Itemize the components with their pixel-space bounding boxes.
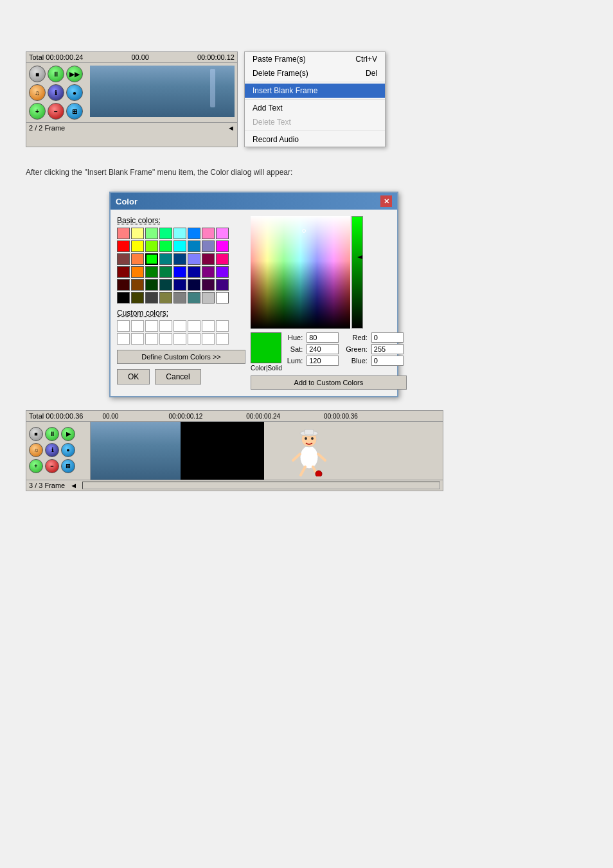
basic-color-swatch[interactable] (145, 292, 158, 303)
basic-color-swatch[interactable] (188, 279, 200, 291)
basic-color-swatch[interactable] (145, 240, 158, 252)
basic-color-swatch[interactable] (159, 240, 172, 252)
blue-input[interactable] (371, 356, 404, 366)
ctx-insert-blank[interactable]: Insert Blank Frame (245, 84, 385, 98)
basic-color-swatch[interactable] (216, 292, 229, 303)
basic-color-swatch[interactable] (159, 279, 172, 291)
add-button[interactable]: + (29, 103, 46, 120)
basic-color-swatch[interactable] (159, 292, 172, 303)
basic-color-swatch[interactable] (131, 228, 144, 239)
scroll-left-icon[interactable]: ◄ (227, 124, 235, 132)
basic-color-swatch[interactable] (145, 228, 158, 239)
expand-button[interactable]: ⊞ (66, 103, 83, 120)
basic-color-swatch[interactable] (131, 266, 144, 278)
basic-color-swatch[interactable] (202, 228, 215, 239)
basic-color-swatch[interactable] (202, 279, 215, 291)
lum-input[interactable] (306, 356, 339, 366)
basic-color-swatch[interactable] (145, 279, 158, 291)
custom-swatch[interactable] (159, 320, 172, 332)
basic-color-swatch[interactable] (173, 253, 186, 265)
tl2-expand-button[interactable]: ⊞ (61, 459, 75, 473)
basic-color-swatch[interactable] (173, 292, 186, 303)
basic-color-swatch[interactable] (173, 228, 186, 239)
tl2-pause-button[interactable]: ⏸ (45, 427, 59, 441)
color-picker-area[interactable] (251, 216, 363, 329)
basic-color-swatch[interactable] (188, 240, 200, 252)
define-custom-colors-button[interactable]: Define Custom Colors >> (117, 350, 245, 364)
basic-color-swatch[interactable] (117, 266, 130, 278)
custom-swatch[interactable] (173, 333, 186, 345)
basic-color-swatch[interactable] (202, 240, 215, 252)
info-button[interactable]: ℹ (48, 84, 64, 101)
custom-swatch[interactable] (145, 320, 158, 332)
basic-color-swatch[interactable] (131, 240, 144, 252)
tl2-scroll-left-icon[interactable]: ◄ (70, 482, 77, 489)
custom-swatch[interactable] (188, 333, 200, 345)
remove-button[interactable]: − (48, 103, 64, 120)
basic-color-swatch[interactable] (216, 240, 229, 252)
basic-color-swatch[interactable] (117, 240, 130, 252)
custom-swatch[interactable] (216, 333, 229, 345)
tl2-stop-button[interactable]: ■ (29, 427, 43, 441)
custom-swatch[interactable] (117, 333, 130, 345)
custom-swatch[interactable] (202, 333, 215, 345)
basic-color-swatch[interactable] (159, 228, 172, 239)
basic-color-swatch[interactable] (216, 253, 229, 265)
basic-color-swatch[interactable] (216, 228, 229, 239)
custom-swatch[interactable] (188, 320, 200, 332)
ctx-add-text[interactable]: Add Text (245, 101, 385, 115)
basic-color-swatch[interactable] (216, 266, 229, 278)
basic-color-swatch[interactable] (188, 253, 200, 265)
ctx-record-audio[interactable]: Record Audio (245, 132, 385, 147)
tl2-record-button[interactable]: ● (61, 443, 75, 457)
custom-swatch[interactable] (173, 320, 186, 332)
tl2-info-button[interactable]: ℹ (45, 443, 59, 457)
dialog-close-button[interactable]: ✕ (380, 195, 392, 207)
basic-color-swatch[interactable] (188, 228, 200, 239)
basic-color-swatch[interactable] (117, 253, 130, 265)
custom-swatch[interactable] (131, 320, 144, 332)
basic-color-swatch[interactable] (131, 292, 144, 303)
basic-color-swatch[interactable] (216, 279, 229, 291)
custom-swatch[interactable] (159, 333, 172, 345)
basic-color-swatch[interactable] (173, 266, 186, 278)
add-to-custom-colors-button[interactable]: Add to Custom Colors (251, 375, 407, 390)
luminance-bar[interactable] (351, 216, 363, 329)
tl2-play-button[interactable]: ▶ (61, 427, 75, 441)
tl2-scrollbar[interactable] (82, 482, 440, 489)
custom-swatch[interactable] (145, 333, 158, 345)
ctx-delete-frames[interactable]: Delete Frame(s) Del (245, 66, 385, 80)
basic-color-swatch[interactable] (173, 240, 186, 252)
basic-color-swatch[interactable] (145, 266, 158, 278)
hue-input[interactable] (306, 332, 339, 343)
basic-color-swatch[interactable] (188, 292, 200, 303)
basic-color-swatch[interactable] (117, 292, 130, 303)
ok-button[interactable]: OK (117, 369, 150, 384)
sat-input[interactable] (306, 344, 339, 354)
custom-swatch[interactable] (202, 320, 215, 332)
tl2-add-button[interactable]: + (29, 459, 43, 473)
red-input[interactable] (371, 332, 404, 343)
basic-color-swatch[interactable] (117, 228, 130, 239)
basic-color-swatch[interactable] (159, 266, 172, 278)
custom-swatch[interactable] (131, 333, 144, 345)
green-input[interactable] (371, 344, 404, 354)
custom-swatch[interactable] (117, 320, 130, 332)
basic-color-swatch[interactable] (202, 253, 215, 265)
stop-button[interactable]: ■ (29, 66, 46, 82)
cancel-button[interactable]: Cancel (155, 369, 200, 384)
basic-color-swatch[interactable] (145, 253, 158, 265)
play-button[interactable]: ▶▶ (66, 66, 83, 82)
record-button[interactable]: ● (66, 84, 83, 101)
tl2-music-button[interactable]: ♫ (29, 443, 43, 457)
basic-color-swatch[interactable] (173, 279, 186, 291)
ctx-paste-frames[interactable]: Paste Frame(s) Ctrl+V (245, 52, 385, 66)
tl2-remove-button[interactable]: − (45, 459, 59, 473)
pause-button[interactable]: ⏸ (48, 66, 64, 82)
basic-color-swatch[interactable] (117, 279, 130, 291)
basic-color-swatch[interactable] (131, 253, 144, 265)
basic-color-swatch[interactable] (131, 279, 144, 291)
basic-color-swatch[interactable] (202, 292, 215, 303)
music-button[interactable]: ♫ (29, 84, 46, 101)
basic-color-swatch[interactable] (202, 266, 215, 278)
